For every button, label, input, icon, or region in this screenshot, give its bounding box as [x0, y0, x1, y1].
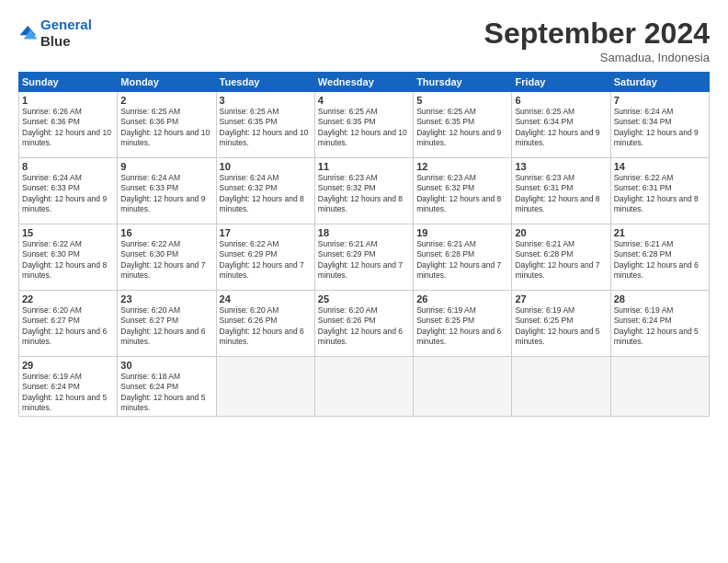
table-row: 22Sunrise: 6:20 AMSunset: 6:27 PMDayligh…: [19, 291, 710, 357]
table-row: 15Sunrise: 6:22 AMSunset: 6:30 PMDayligh…: [19, 224, 710, 291]
list-item: 6Sunrise: 6:25 AMSunset: 6:34 PMDaylight…: [512, 92, 610, 158]
day-info: Sunrise: 6:22 AMSunset: 6:30 PMDaylight:…: [120, 239, 212, 282]
day-number: 26: [416, 293, 508, 304]
list-item: 18Sunrise: 6:21 AMSunset: 6:29 PMDayligh…: [314, 224, 413, 291]
day-info: Sunrise: 6:24 AMSunset: 6:32 PMDaylight:…: [220, 173, 312, 215]
day-info: Sunrise: 6:24 AMSunset: 6:34 PMDaylight:…: [614, 107, 706, 149]
day-number: 23: [120, 293, 212, 304]
col-saturday: Saturday: [610, 73, 709, 92]
list-item: 5Sunrise: 6:25 AMSunset: 6:35 PMDaylight…: [414, 92, 512, 158]
subtitle: Samadua, Indonesia: [484, 51, 710, 64]
day-info: Sunrise: 6:19 AMSunset: 6:24 PMDaylight:…: [22, 372, 114, 414]
logo-text: General Blue: [40, 17, 92, 50]
day-number: 21: [614, 227, 706, 238]
day-info: Sunrise: 6:23 AMSunset: 6:32 PMDaylight:…: [318, 173, 410, 215]
day-info: Sunrise: 6:21 AMSunset: 6:28 PMDaylight:…: [614, 239, 706, 282]
col-thursday: Thursday: [414, 73, 512, 92]
day-info: Sunrise: 6:25 AMSunset: 6:35 PMDaylight:…: [318, 107, 410, 149]
day-info: Sunrise: 6:19 AMSunset: 6:25 PMDaylight:…: [515, 305, 607, 348]
day-number: 1: [22, 95, 114, 106]
col-wednesday: Wednesday: [314, 73, 413, 92]
calendar-page: General Blue September 2024 Samadua, Ind…: [0, 0, 728, 563]
day-number: 13: [515, 161, 607, 172]
day-info: Sunrise: 6:25 AMSunset: 6:34 PMDaylight:…: [515, 107, 607, 149]
logo-icon: [18, 23, 39, 43]
day-number: 18: [318, 227, 410, 238]
day-info: Sunrise: 6:21 AMSunset: 6:28 PMDaylight:…: [416, 239, 508, 282]
list-item: 27Sunrise: 6:19 AMSunset: 6:25 PMDayligh…: [512, 291, 610, 357]
list-item: 14Sunrise: 6:22 AMSunset: 6:31 PMDayligh…: [610, 158, 709, 224]
list-item: 3Sunrise: 6:25 AMSunset: 6:35 PMDaylight…: [216, 92, 314, 158]
list-item: 9Sunrise: 6:24 AMSunset: 6:33 PMDaylight…: [118, 158, 216, 224]
day-number: 24: [220, 293, 312, 304]
list-item: 13Sunrise: 6:23 AMSunset: 6:31 PMDayligh…: [512, 158, 610, 224]
list-item: 30Sunrise: 6:18 AMSunset: 6:24 PMDayligh…: [118, 357, 216, 417]
day-info: Sunrise: 6:25 AMSunset: 6:35 PMDaylight:…: [416, 107, 508, 149]
month-title: September 2024: [484, 17, 710, 51]
day-info: Sunrise: 6:22 AMSunset: 6:29 PMDaylight:…: [220, 239, 312, 282]
header-row: Sunday Monday Tuesday Wednesday Thursday…: [19, 73, 710, 92]
day-info: Sunrise: 6:21 AMSunset: 6:28 PMDaylight:…: [515, 239, 607, 282]
day-number: 14: [614, 161, 706, 172]
day-info: Sunrise: 6:24 AMSunset: 6:33 PMDaylight:…: [22, 173, 114, 215]
list-item: 1Sunrise: 6:26 AMSunset: 6:36 PMDaylight…: [19, 92, 118, 158]
day-number: 7: [614, 95, 706, 106]
day-info: Sunrise: 6:22 AMSunset: 6:30 PMDaylight:…: [22, 239, 114, 282]
table-row: 29Sunrise: 6:19 AMSunset: 6:24 PMDayligh…: [19, 357, 710, 417]
day-info: Sunrise: 6:25 AMSunset: 6:36 PMDaylight:…: [120, 107, 212, 149]
day-info: Sunrise: 6:24 AMSunset: 6:33 PMDaylight:…: [120, 173, 212, 215]
list-item: 22Sunrise: 6:20 AMSunset: 6:27 PMDayligh…: [19, 291, 118, 357]
day-number: 12: [416, 161, 508, 172]
day-info: Sunrise: 6:25 AMSunset: 6:35 PMDaylight:…: [220, 107, 312, 149]
day-number: 15: [22, 227, 114, 238]
day-info: Sunrise: 6:20 AMSunset: 6:26 PMDaylight:…: [220, 305, 312, 348]
title-block: September 2024 Samadua, Indonesia: [484, 17, 710, 64]
col-tuesday: Tuesday: [216, 73, 314, 92]
day-info: Sunrise: 6:23 AMSunset: 6:31 PMDaylight:…: [515, 173, 607, 215]
day-info: Sunrise: 6:19 AMSunset: 6:24 PMDaylight:…: [614, 305, 706, 348]
day-number: 9: [120, 161, 212, 172]
day-info: Sunrise: 6:21 AMSunset: 6:29 PMDaylight:…: [318, 239, 410, 282]
calendar-table: Sunday Monday Tuesday Wednesday Thursday…: [18, 72, 710, 417]
list-item: 4Sunrise: 6:25 AMSunset: 6:35 PMDaylight…: [314, 92, 413, 158]
list-item: 11Sunrise: 6:23 AMSunset: 6:32 PMDayligh…: [314, 158, 413, 224]
list-item: [512, 357, 610, 417]
list-item: 7Sunrise: 6:24 AMSunset: 6:34 PMDaylight…: [610, 92, 709, 158]
list-item: 8Sunrise: 6:24 AMSunset: 6:33 PMDaylight…: [19, 158, 118, 224]
day-number: 8: [22, 161, 114, 172]
col-monday: Monday: [118, 73, 216, 92]
day-number: 22: [22, 293, 114, 304]
list-item: [216, 357, 314, 417]
list-item: [414, 357, 512, 417]
list-item: [610, 357, 709, 417]
table-row: 8Sunrise: 6:24 AMSunset: 6:33 PMDaylight…: [19, 158, 710, 224]
list-item: 17Sunrise: 6:22 AMSunset: 6:29 PMDayligh…: [216, 224, 314, 291]
day-number: 28: [614, 293, 706, 304]
day-info: Sunrise: 6:20 AMSunset: 6:27 PMDaylight:…: [22, 305, 114, 348]
day-number: 25: [318, 293, 410, 304]
day-number: 3: [220, 95, 312, 106]
day-number: 2: [120, 95, 212, 106]
col-friday: Friday: [512, 73, 610, 92]
list-item: 2Sunrise: 6:25 AMSunset: 6:36 PMDaylight…: [118, 92, 216, 158]
list-item: [314, 357, 413, 417]
day-number: 6: [515, 95, 607, 106]
list-item: 19Sunrise: 6:21 AMSunset: 6:28 PMDayligh…: [414, 224, 512, 291]
day-number: 20: [515, 227, 607, 238]
logo: General Blue: [18, 17, 92, 50]
list-item: 28Sunrise: 6:19 AMSunset: 6:24 PMDayligh…: [610, 291, 709, 357]
day-number: 29: [22, 360, 114, 371]
day-info: Sunrise: 6:26 AMSunset: 6:36 PMDaylight:…: [22, 107, 114, 149]
day-info: Sunrise: 6:20 AMSunset: 6:27 PMDaylight:…: [120, 305, 212, 348]
table-row: 1Sunrise: 6:26 AMSunset: 6:36 PMDaylight…: [19, 92, 710, 158]
list-item: 21Sunrise: 6:21 AMSunset: 6:28 PMDayligh…: [610, 224, 709, 291]
day-number: 11: [318, 161, 410, 172]
day-number: 10: [220, 161, 312, 172]
list-item: 12Sunrise: 6:23 AMSunset: 6:32 PMDayligh…: [414, 158, 512, 224]
day-info: Sunrise: 6:22 AMSunset: 6:31 PMDaylight:…: [614, 173, 706, 215]
list-item: 29Sunrise: 6:19 AMSunset: 6:24 PMDayligh…: [19, 357, 118, 417]
header: General Blue September 2024 Samadua, Ind…: [18, 17, 710, 64]
list-item: 15Sunrise: 6:22 AMSunset: 6:30 PMDayligh…: [19, 224, 118, 291]
list-item: 16Sunrise: 6:22 AMSunset: 6:30 PMDayligh…: [118, 224, 216, 291]
list-item: 24Sunrise: 6:20 AMSunset: 6:26 PMDayligh…: [216, 291, 314, 357]
